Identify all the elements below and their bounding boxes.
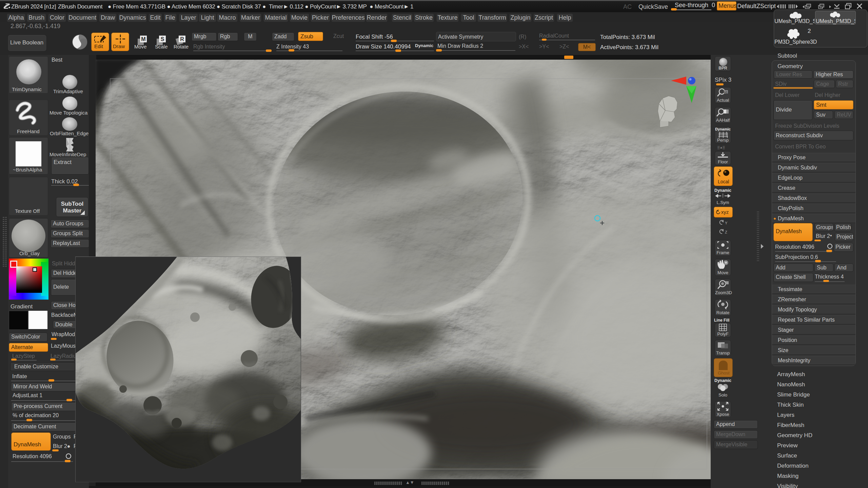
svg-text:R: R [180, 36, 184, 42]
svg-text:x1: x1 [724, 90, 728, 94]
svg-text:Y: Y [725, 221, 728, 225]
svg-text:M: M [141, 36, 145, 42]
svg-text:Z: Z [725, 230, 727, 234]
svg-text:S: S [161, 36, 164, 42]
